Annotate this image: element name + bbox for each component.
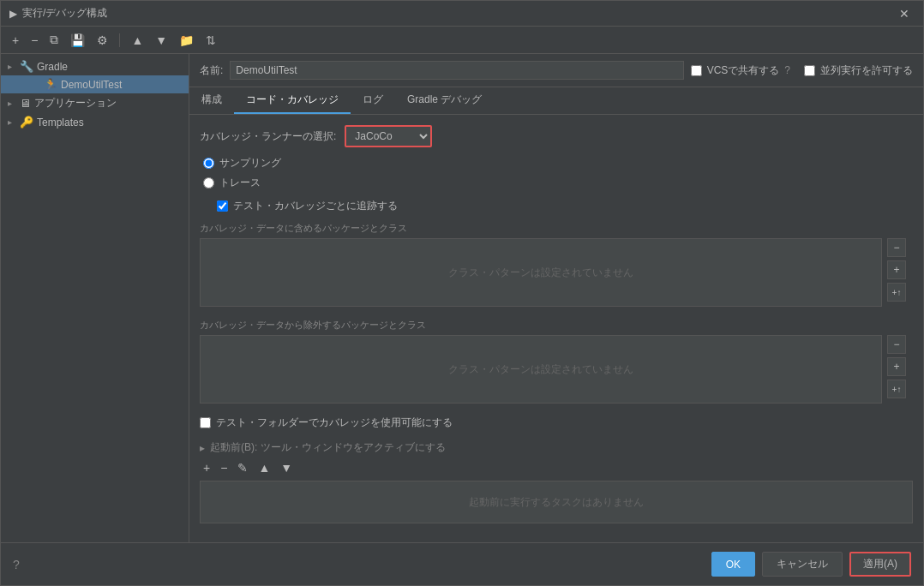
radio-trace-input[interactable] (203, 177, 214, 188)
before-launch-label: 起動前(B): ツール・ウィンドウをアクティブにする (210, 440, 446, 455)
include-plus2-button[interactable]: +↑ (887, 283, 906, 302)
folder-button[interactable]: 📁 (175, 32, 198, 49)
toolbar-separator (119, 33, 120, 47)
name-label: 名前: (200, 63, 223, 78)
exclude-side-buttons: − + +↑ (887, 335, 906, 398)
save-button[interactable]: 💾 (66, 32, 89, 49)
runner-select[interactable]: JaCoCo IntelliJ IDEA (346, 127, 430, 146)
tab-config[interactable]: 構成 (189, 87, 234, 114)
bl-add-button[interactable]: + (200, 460, 213, 475)
before-launch-placeholder: 起動前に実行するタスクはありません (469, 495, 644, 510)
demo-icon: 🏃 (44, 78, 57, 91)
title-bar: ▶ 実行/デバッグ構成 ✕ (1, 1, 923, 27)
before-launch-header: ▸ 起動前(B): ツール・ウィンドウをアクティブにする (200, 440, 913, 455)
vcs-label: VCSで共有する (707, 63, 780, 78)
radio-group: サンプリング トレース (200, 156, 913, 190)
sort-up-button[interactable]: ▲ (127, 32, 147, 49)
gradle-arrow-icon: ▸ (8, 62, 16, 71)
help-icon[interactable]: ? (13, 558, 20, 571)
bl-edit-button[interactable]: ✎ (234, 460, 251, 475)
ok-button[interactable]: OK (711, 552, 755, 577)
footer-left: ? (13, 558, 20, 571)
include-section-label: カバレッジ・データに含めるパッケージとクラス (200, 222, 913, 235)
exclude-plus-button[interactable]: + (887, 357, 906, 376)
tabs: 構成 コード・カバレッジ ログ Gradle デバッグ (189, 87, 923, 115)
apply-button[interactable]: 適用(A) (849, 552, 911, 577)
sidebar-item-label-app: アプリケーション (34, 96, 117, 111)
track-per-test-checkbox[interactable] (217, 200, 228, 212)
copy-button[interactable]: ⧉ (45, 31, 63, 49)
close-button[interactable]: ✕ (894, 5, 915, 22)
include-minus-button[interactable]: − (887, 238, 906, 257)
exclude-section-label: カバレッジ・データから除外するパッケージとクラス (200, 319, 913, 332)
vcs-area: VCSで共有する ? 並列実行を許可する (691, 63, 913, 78)
name-input[interactable] (230, 61, 683, 80)
exclude-panel-wrapper: クラス・パターンは設定されていません − + +↑ (200, 335, 882, 404)
before-launch-arrow-icon: ▸ (200, 442, 205, 454)
sidebar-item-label-gradle: Gradle (37, 61, 68, 73)
templates-icon: 🔑 (20, 116, 33, 129)
sort-down-button[interactable]: ▼ (151, 32, 171, 49)
tab-content-coverage: カバレッジ・ランナーの選択: JaCoCo IntelliJ IDEA サンプリ… (189, 115, 923, 542)
dialog: ▶ 実行/デバッグ構成 ✕ + − ⧉ 💾 ⚙ ▲ ▼ 📁 ⇅ ▸ 🔧 Grad… (0, 0, 924, 586)
test-coverage-checkbox[interactable] (200, 417, 211, 428)
cancel-button[interactable]: キャンセル (762, 552, 843, 577)
sidebar: ▸ 🔧 Gradle 🏃 DemoUtilTest ▸ 🖥 アプリケーション ▸… (1, 54, 189, 542)
sidebar-item-label-templates: Templates (37, 117, 84, 129)
before-launch-box: 起動前に実行するタスクはありません (200, 481, 913, 523)
before-launch-section: ▸ 起動前(B): ツール・ウィンドウをアクティブにする + − ✎ ▲ ▼ 起… (200, 440, 913, 523)
dialog-icon: ▶ (9, 8, 17, 20)
tab-log[interactable]: ログ (351, 87, 395, 114)
runner-label: カバレッジ・ランナーの選択: (200, 129, 336, 144)
templates-arrow-icon: ▸ (8, 117, 16, 127)
runner-row: カバレッジ・ランナーの選択: JaCoCo IntelliJ IDEA (200, 125, 913, 147)
include-plus-button[interactable]: + (887, 260, 906, 279)
include-side-buttons: − + +↑ (887, 238, 906, 302)
sidebar-item-application[interactable]: ▸ 🖥 アプリケーション (1, 93, 189, 113)
exclude-placeholder: クラス・パターンは設定されていません (448, 362, 633, 377)
tab-gradle-debug[interactable]: Gradle デバッグ (395, 87, 494, 114)
radio-sampling-label: サンプリング (219, 156, 281, 170)
tab-coverage[interactable]: コード・カバレッジ (234, 87, 351, 114)
add-button[interactable]: + (8, 32, 23, 49)
include-panel: クラス・パターンは設定されていません (200, 238, 882, 307)
settings-button[interactable]: ⚙ (93, 32, 112, 49)
sort-button[interactable]: ⇅ (201, 32, 220, 49)
toolbar: + − ⧉ 💾 ⚙ ▲ ▼ 📁 ⇅ (1, 27, 923, 54)
test-coverage-row: テスト・フォルダーでカバレッジを使用可能にする (200, 416, 913, 430)
track-per-test-label: テスト・カバレッジごとに追跡する (233, 199, 398, 213)
before-launch-toolbar: + − ✎ ▲ ▼ (200, 460, 913, 475)
gradle-icon: 🔧 (20, 60, 33, 73)
footer-right: OK キャンセル 適用(A) (711, 552, 911, 577)
vcs-help-icon: ? (784, 64, 790, 76)
footer: ? OK キャンセル 適用(A) (1, 542, 923, 585)
exclude-plus2-button[interactable]: +↑ (887, 380, 906, 398)
title-bar-left: ▶ 実行/デバッグ構成 (9, 6, 107, 21)
bl-up-button[interactable]: ▲ (255, 460, 273, 475)
name-bar: 名前: VCSで共有する ? 並列実行を許可する (189, 54, 923, 87)
parallel-label: 並列実行を許可する (820, 63, 913, 78)
exclude-panel: クラス・パターンは設定されていません (200, 335, 882, 404)
include-placeholder: クラス・パターンは設定されていません (448, 266, 633, 280)
detail-panel: 名前: VCSで共有する ? 並列実行を許可する 構成 コード・カバレッジ ログ… (189, 54, 923, 542)
vcs-checkbox[interactable] (691, 65, 702, 76)
sidebar-item-demoutiltest[interactable]: 🏃 DemoUtilTest (1, 75, 189, 93)
exclude-minus-button[interactable]: − (887, 335, 906, 354)
bl-remove-button[interactable]: − (217, 460, 231, 475)
sidebar-item-gradle[interactable]: ▸ 🔧 Gradle (1, 57, 189, 75)
sidebar-item-label-demo: DemoUtilTest (61, 79, 122, 91)
parallel-checkbox[interactable] (804, 65, 815, 76)
include-panel-wrapper: クラス・パターンは設定されていません − + +↑ (200, 238, 882, 307)
app-icon: 🖥 (20, 97, 31, 110)
sidebar-item-templates[interactable]: ▸ 🔑 Templates (1, 113, 189, 131)
main-content: ▸ 🔧 Gradle 🏃 DemoUtilTest ▸ 🖥 アプリケーション ▸… (1, 54, 923, 542)
bl-down-button[interactable]: ▼ (277, 460, 296, 475)
radio-trace: トレース (203, 176, 913, 190)
track-per-test-row: テスト・カバレッジごとに追跡する (200, 199, 913, 213)
runner-select-wrap: JaCoCo IntelliJ IDEA (345, 125, 432, 147)
radio-trace-label: トレース (219, 176, 261, 190)
radio-sampling-input[interactable] (203, 158, 214, 169)
app-arrow-icon: ▸ (8, 99, 16, 108)
dialog-title: 実行/デバッグ構成 (22, 6, 107, 21)
remove-button[interactable]: − (27, 32, 42, 49)
